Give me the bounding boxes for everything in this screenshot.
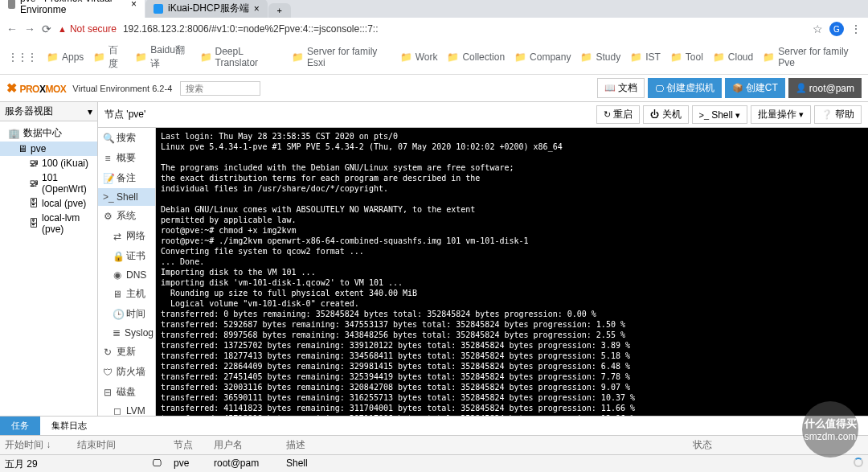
sidemenu-item[interactable]: 🕒时间 [98,304,155,324]
forward-button[interactable]: → [24,23,35,35]
proxmox-logo: ✖ PROXMOX [6,80,66,96]
menu-label: Shell [117,191,138,203]
docs-button[interactable]: 📖 文档 [597,78,645,98]
help-button[interactable]: ❔ 帮助 [814,105,862,124]
tasks-panel: 任务 集群日志 开始时间 ↓ 结束时间 节点 用户名 描述 状态 五月 29 0… [0,416,868,472]
close-icon[interactable]: × [131,0,137,10]
sidemenu-item[interactable]: ≣Syslog [98,324,155,342]
dropdown-icon[interactable]: ▾ [88,106,92,117]
bookmark-item[interactable]: 📁Baidu翻译 [135,43,190,71]
resource-tree-panel: 服务器视图▾ 🏢数据中心🖥pve🖳100 (iKuai)🖳101 (OpenWr… [0,102,98,416]
sidemenu-item[interactable]: ↻更新 [98,342,155,362]
node-icon: 🖥 [18,143,27,154]
col-desc[interactable]: 描述 [281,436,688,454]
bookmark-item[interactable]: 📁Study [580,43,620,71]
bookmark-item[interactable]: 📁Server for family Pve [763,43,860,71]
star-icon[interactable]: ☆ [813,23,823,35]
url-input[interactable] [123,23,806,35]
task-row[interactable]: 五月 29 00:39:07🖵pveroot@pamShell [0,455,868,472]
node-icon: 🗄 [29,198,39,209]
bookmark-item[interactable]: 📁Cloud [713,43,753,71]
profile-avatar[interactable]: G [829,22,844,36]
col-end[interactable]: 结束时间 [72,436,145,454]
bookmark-item[interactable]: 📁百度 [93,43,125,71]
create-vm-button[interactable]: 🖵 创建虚拟机 [648,78,722,98]
shell-console[interactable]: Last login: Thu May 28 23:58:35 CST 2020… [156,128,868,416]
global-search-input[interactable] [180,81,260,96]
apps-icon[interactable]: ⋮⋮⋮ [8,51,37,63]
menu-label: 主机 [126,287,145,301]
new-tab-button[interactable]: + [268,3,291,18]
folder-icon: 📁 [763,51,775,63]
breadcrumb: 节点 'pve' [104,108,145,121]
menu-icon: ⊟ [103,387,113,398]
sidemenu-item[interactable]: ⊟磁盘 [98,382,155,402]
menu-label: 备注 [117,171,136,185]
reload-button[interactable]: ⟳ [42,23,51,35]
bookmark-item[interactable]: 📁Collection [447,43,505,71]
user-menu-button[interactable]: 👤 root@pam [788,78,862,98]
folder-icon: 📁 [630,51,642,63]
shutdown-button[interactable]: ⏻ 关机 [643,105,688,124]
tree-node[interactable]: 🗄local-lvm (pve) [0,211,97,236]
menu-label: 防火墙 [117,365,145,379]
env-label: Virtual Environment 6.2-4 [72,84,172,93]
cell-start: 五月 29 00:39:07 [0,455,72,472]
breadcrumb-bar: 节点 'pve' ↻ 重启 ⏻ 关机 >_ Shell ▾ 批量操作 ▾ ❔ 帮… [98,102,868,128]
bookmark-item[interactable]: 📁Company [514,43,571,71]
menu-icon: ↻ [103,347,113,358]
sidemenu-item[interactable]: ◻LVM [98,402,155,416]
bulk-actions-button[interactable]: 批量操作 ▾ [751,105,811,124]
sidemenu-item[interactable]: 🔒证书 [98,246,155,266]
cell-user: root@pam [209,455,281,472]
bookmark-item[interactable]: 📁Apps [47,43,84,71]
bookmark-item[interactable]: 📁IST [630,43,661,71]
col-status[interactable]: 状态 [688,436,849,454]
sidemenu-item[interactable]: ≡概要 [98,148,155,168]
tree-node[interactable]: 🗄local (pve) [0,196,97,211]
browser-tab[interactable]: iKuai-DHCP服务端× [145,0,268,18]
menu-label: Syslog [125,327,154,339]
node-sidemenu: 🔍搜索≡概要📝备注>_Shell⚙系统⇄网络🔒证书◉DNS🖥主机🕒时间≣Sysl… [98,128,156,416]
shell-button[interactable]: >_ Shell ▾ [692,105,747,124]
col-user[interactable]: 用户名 [209,436,281,454]
menu-icon[interactable]: ⋮ [850,23,862,35]
sidemenu-item[interactable]: 🛡防火墙 [98,362,155,382]
menu-icon: ◉ [113,269,122,281]
node-label: local (pve) [42,198,86,209]
sidemenu-item[interactable]: 🖥主机 [98,284,155,304]
tab-tasks[interactable]: 任务 [0,417,40,435]
sidemenu-item[interactable]: ⇄网络 [98,226,155,246]
menu-label: LVM [126,405,145,416]
col-start[interactable]: 开始时间 ↓ [0,436,72,454]
security-warning[interactable]: ▲ Not secure [58,23,117,35]
menu-icon: 🔍 [103,133,113,144]
tree-node[interactable]: 🏢数据中心 [0,125,97,142]
sidemenu-item[interactable]: 🔍搜索 [98,128,155,148]
tab-strip: pve - Proxmox Virtual Environme× iKuai-D… [0,0,868,18]
tree-header[interactable]: 服务器视图▾ [0,102,97,121]
folder-icon: 📁 [292,51,304,63]
folder-icon: 📁 [670,51,682,63]
browser-tab-active[interactable]: pve - Proxmox Virtual Environme× [0,0,145,18]
menu-icon: ⇄ [113,231,122,242]
create-ct-button[interactable]: 📦 创建CT [725,78,785,98]
tree-node[interactable]: 🖥pve [0,142,97,156]
back-button[interactable]: ← [6,23,18,35]
bookmark-item[interactable]: 📁Server for family Esxi [292,43,391,71]
tree-node[interactable]: 🖳101 (OpenWrt) [0,170,97,196]
bookmark-item[interactable]: 📁Tool [670,43,703,71]
tree-node[interactable]: 🖳100 (iKuai) [0,156,97,170]
sidemenu-item[interactable]: ◉DNS [98,266,155,284]
sidemenu-item[interactable]: ⚙系统 [98,206,155,226]
address-bar: ← → ⟳ ▲ Not secure ☆ G ⋮ [0,18,868,40]
bookmark-item[interactable]: 📁DeepL Translator [200,43,282,71]
bookmark-item[interactable]: 📁Work [400,43,438,71]
reboot-button[interactable]: ↻ 重启 [596,105,640,124]
close-icon[interactable]: × [254,3,260,14]
col-node[interactable]: 节点 [169,436,209,454]
node-label: pve [31,143,46,154]
sidemenu-item[interactable]: >_Shell [98,188,155,206]
tab-cluster-log[interactable]: 集群日志 [40,417,98,435]
sidemenu-item[interactable]: 📝备注 [98,168,155,188]
